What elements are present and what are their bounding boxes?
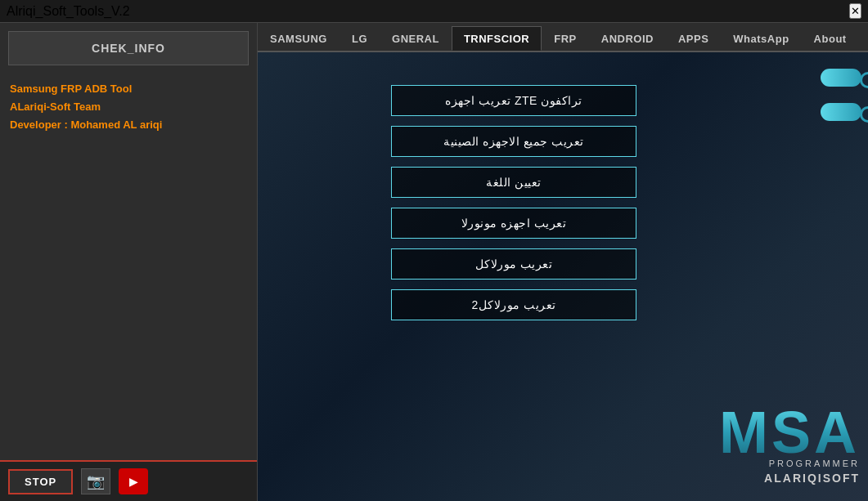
info-text: Samsung FRP ADB Tool ALariqi-Soft Team D… <box>0 74 257 460</box>
buttons-container: تراكفون ZTE تعريب اجهزهتعريب جميع الاجهز… <box>258 69 770 320</box>
right-panel: SAMSUNGLGGNERALTRNFSCIORFRPANDROIDAPPSWh… <box>258 23 868 501</box>
titlebar: Alriqi_Soft_Tools_V.2 ✕ <box>0 0 868 23</box>
tab-lg[interactable]: LG <box>340 26 380 51</box>
action-button-1[interactable]: تعريب جميع الاجهزه الصينية <box>391 126 636 157</box>
bottom-bar: STOP 📷 ▶ <box>0 460 257 501</box>
camera-button[interactable]: 📷 <box>81 468 110 494</box>
info-line-1: Samsung FRP ADB Tool <box>10 80 247 98</box>
info-line-3: Developer : Mohamed AL ariqi <box>10 116 247 134</box>
info-line-2: ALariqi-Soft Team <box>10 98 247 116</box>
action-button-2[interactable]: تعيين اللغة <box>391 167 636 198</box>
camera-icon: 📷 <box>87 472 105 490</box>
alariqisoft-text: ALARIQISOFT <box>719 472 860 485</box>
tab-android[interactable]: ANDROID <box>589 26 666 51</box>
action-button-0[interactable]: تراكفون ZTE تعريب اجهزه <box>391 85 636 116</box>
key-shape-2 <box>821 103 861 121</box>
action-button-4[interactable]: تعريب مورلاكل <box>391 248 636 280</box>
action-button-5[interactable]: تعريب مورلاكل2 <box>391 289 636 320</box>
tab-frp[interactable]: FRP <box>542 26 589 51</box>
left-panel: CHEK_INFO Samsung FRP ADB Tool ALariqi-S… <box>0 23 258 501</box>
keys-decoration <box>821 69 868 121</box>
key-shape-1 <box>821 69 861 87</box>
titlebar-title: Alriqi_Soft_Tools_V.2 <box>7 4 130 19</box>
close-button[interactable]: ✕ <box>849 3 861 19</box>
youtube-button[interactable]: ▶ <box>119 468 148 494</box>
youtube-icon: ▶ <box>129 475 138 488</box>
tab-about[interactable]: About <box>802 26 859 51</box>
msa-text: MSA <box>719 403 860 462</box>
tab-whatsapp[interactable]: WhatsApp <box>721 26 801 51</box>
tab-trnfscior[interactable]: TRNFSCIOR <box>452 26 542 51</box>
tabs-bar: SAMSUNGLGGNERALTRNFSCIORFRPANDROIDAPPSWh… <box>258 23 868 52</box>
tab-apps[interactable]: APPS <box>666 26 721 51</box>
content-area: MSA PROGRAMMER ALARIQISOFT تراكفون ZTE ت… <box>258 52 868 501</box>
tab-samsung[interactable]: SAMSUNG <box>258 26 340 51</box>
stop-button[interactable]: STOP <box>8 469 73 494</box>
tab-gneral[interactable]: GNERAL <box>380 26 452 51</box>
chek-info-button[interactable]: CHEK_INFO <box>8 31 249 65</box>
msa-logo: MSA PROGRAMMER ALARIQISOFT <box>719 403 860 485</box>
action-button-3[interactable]: تعريب اجهزه مونورلا <box>391 208 636 239</box>
main-container: CHEK_INFO Samsung FRP ADB Tool ALariqi-S… <box>0 23 868 501</box>
